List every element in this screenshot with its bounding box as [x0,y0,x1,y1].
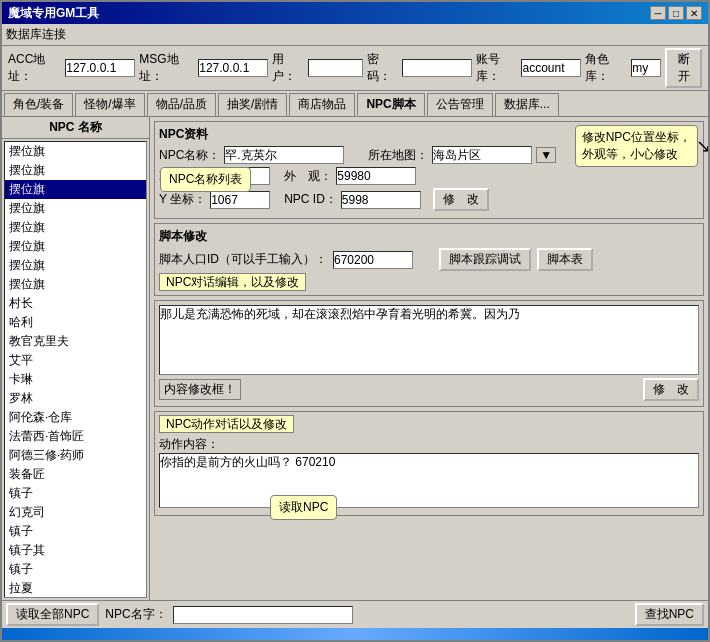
pwd-label: 密码： [367,51,398,85]
list-item[interactable]: 拉夏 [5,579,146,598]
npc-name-input[interactable] [224,146,344,164]
maximize-button[interactable]: □ [668,6,684,20]
tab-monster-drop[interactable]: 怪物/爆率 [75,93,144,116]
script-table-button[interactable]: 脚本表 [537,248,593,271]
list-item[interactable]: 摆位旗 [5,218,146,237]
debug-button[interactable]: 脚本跟踪调试 [439,248,531,271]
menu-db[interactable]: 数据库连接 [6,27,66,41]
npc-name-label: NPC名字： [105,606,166,623]
conn-bar: ACC地址： MSG地址： 用户： 密码： 账号库： 角色库： 断开 [2,46,708,91]
action-content-label: 动作内容： [159,436,699,453]
bottom-bar: 读取全部NPC NPC名字： 查找NPC [2,600,708,628]
list-item[interactable]: 摆位旗 [5,161,146,180]
find-npc-button[interactable]: 查找NPC [635,603,704,626]
script-section: 脚本修改 脚本人口ID（可以手工输入）： 脚本跟踪调试 脚本表 NPC对话编辑，… [154,223,704,296]
npc-name-search-input[interactable] [173,606,353,624]
action-hint: NPC动作对话以及修改 [159,415,294,433]
close-button[interactable]: ✕ [686,6,702,20]
map-dropdown-icon[interactable]: ▼ [536,147,556,163]
msg-input[interactable] [198,59,268,77]
list-item[interactable]: 摆位旗 [5,256,146,275]
arrow-icon: ↘ [696,134,708,159]
list-item[interactable]: 摆位旗 [5,275,146,294]
dialog-section: 那儿是充满恐怖的死域，却在滚滚烈焰中孕育着光明的希冀。因为乃 内容修改框！ 修 … [154,300,704,407]
script-id-label: 脚本人口ID（可以手工输入）： [159,251,327,268]
list-item[interactable]: 镇子 [5,560,146,579]
menu-bar: 数据库连接 [2,24,708,46]
list-item[interactable]: 法蕾西·首饰匠 [5,427,146,446]
npc-name-label: NPC名称： [159,147,220,164]
tab-npc-script[interactable]: NPC脚本 [357,93,424,116]
role-label: 角色库： [585,51,627,85]
action-textarea[interactable]: 你指的是前方的火山吗？ 670210 [159,453,699,508]
script-title: 脚本修改 [159,228,699,245]
role-input[interactable] [631,59,661,77]
npc-name-tooltip: NPC名称列表 [160,167,251,192]
content-modify-row: 内容修改框！ 修 改 [159,377,699,402]
user-input[interactable] [308,59,363,77]
script-row: 脚本人口ID（可以手工输入）： 脚本跟踪调试 脚本表 [159,248,699,271]
content-modify-label: 内容修改框！ [159,379,241,400]
list-item[interactable]: 镇子其 [5,541,146,560]
npcid-input[interactable] [341,191,421,209]
list-item[interactable]: 哈利 [5,313,146,332]
list-item[interactable]: 艾平 [5,351,146,370]
dialog-textarea[interactable]: 那儿是充满恐怖的死域，却在滚滚烈焰中孕育着光明的希冀。因为乃 [159,305,699,375]
tab-bar: 角色/装备 怪物/爆率 物品/品质 抽奖/剧情 商店物品 NPC脚本 公告管理 … [2,91,708,116]
list-item[interactable]: 罗林 [5,389,146,408]
read-npc-tooltip: 读取NPC [270,495,337,520]
list-item[interactable]: 摆位旗 [5,237,146,256]
map-label: 所在地图： [368,147,428,164]
left-panel: NPC 名称 摆位旗 摆位旗 摆位旗 摆位旗 摆位旗 摆位旗 摆位旗 摆位旗 村… [2,117,150,600]
list-item[interactable]: 摆位旗 [5,199,146,218]
title-bar: 魔域专用GM工具 ─ □ ✕ [2,2,708,24]
list-item[interactable]: 镇子 [5,522,146,541]
pwd-input[interactable] [402,59,472,77]
main-content: NPC 名称 摆位旗 摆位旗 摆位旗 摆位旗 摆位旗 摆位旗 摆位旗 摆位旗 村… [2,116,708,600]
dialog-hint: NPC对话编辑，以及修改 [159,273,306,291]
list-item[interactable]: 幻克司 [5,503,146,522]
window-title: 魔域专用GM工具 [8,5,99,22]
tab-role-equip[interactable]: 角色/装备 [4,93,73,116]
list-item[interactable]: 教官克里夫 [5,332,146,351]
read-all-npc-button[interactable]: 读取全部NPC [6,603,99,626]
dialog-hint-label: NPC对话编辑，以及修改 [159,274,699,291]
list-item[interactable]: 装备匠 [5,465,146,484]
tab-announcement[interactable]: 公告管理 [427,93,493,116]
tab-shop[interactable]: 商店物品 [289,93,355,116]
dialog-modify-button[interactable]: 修 改 [643,378,699,401]
list-item[interactable]: 摆位旗 [5,142,146,161]
msg-label: MSG地址： [139,51,194,85]
user-label: 用户： [272,51,303,85]
content-row: 那儿是充满恐怖的死域，却在滚滚烈焰中孕育着光明的希冀。因为乃 [159,305,699,375]
acct-label: 账号库： [476,51,518,85]
acc-input[interactable] [65,59,135,77]
map-input[interactable] [432,146,532,164]
y-input[interactable] [210,191,270,209]
tab-lottery[interactable]: 抽奖/剧情 [218,93,287,116]
acct-input[interactable] [521,59,581,77]
action-label: 动作内容： [159,437,219,451]
tab-database[interactable]: 数据库... [495,93,559,116]
script-id-input[interactable] [333,251,413,269]
npc-modify-button[interactable]: 修 改 [433,188,489,211]
npc-list[interactable]: 摆位旗 摆位旗 摆位旗 摆位旗 摆位旗 摆位旗 摆位旗 摆位旗 村长 哈利 教官… [4,141,147,598]
minimize-button[interactable]: ─ [650,6,666,20]
list-item[interactable]: 村长 [5,294,146,313]
tab-item-quality[interactable]: 物品/品质 [147,93,216,116]
acc-label: ACC地址： [8,51,61,85]
status-bar [2,628,708,640]
modify-tooltip: 修改NPC位置坐标， 外观等，小心修改 ↘ [575,125,698,167]
list-item[interactable]: 阿伦森·仓库 [5,408,146,427]
npcid-label: NPC ID： [284,191,337,208]
right-panel: 修改NPC位置坐标， 外观等，小心修改 ↘ NPC资料 NPC名称： 所在地图：… [150,117,708,600]
appearance-input[interactable] [336,167,416,185]
list-item[interactable]: 卡琳 [5,370,146,389]
y-label: Y 坐标： [159,191,206,208]
list-item[interactable]: 镇子 [5,484,146,503]
disconnect-button[interactable]: 断开 [665,48,702,88]
list-item[interactable]: 摆位旗 [5,180,146,199]
appearance-label: 外 观： [284,168,332,185]
main-window: 魔域专用GM工具 ─ □ ✕ 数据库连接 ACC地址： MSG地址： 用户： 密… [0,0,710,642]
list-item[interactable]: 阿德三修·药师 [5,446,146,465]
